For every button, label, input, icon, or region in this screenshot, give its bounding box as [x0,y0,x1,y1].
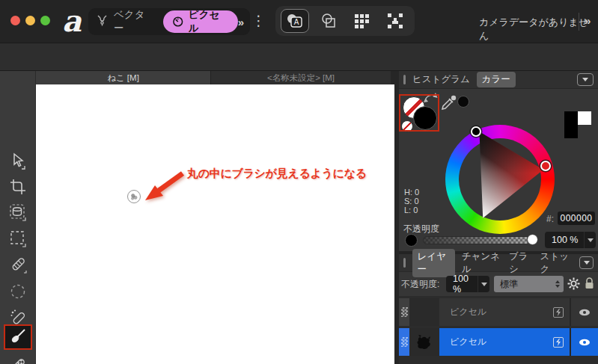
toolbar-overflow-chevron[interactable]: » [585,14,591,27]
pixel-persona-tab[interactable]: ピクセル [163,10,237,33]
marquee-select-tool[interactable] [8,229,28,248]
svg-text:A: A [294,18,299,26]
flood-select-tool[interactable] [8,282,28,301]
crop-tool-icon [9,178,27,196]
vector-persona-tab[interactable]: ベクター [114,8,153,35]
tab-stock[interactable]: ストック [540,250,573,276]
pixel-persona-icon [172,16,184,28]
panel-drag-handle[interactable] [403,75,406,84]
tab-layers[interactable]: レイヤー [412,249,455,277]
pixel-brush-tool[interactable] [8,356,28,364]
layer-opacity-field[interactable]: 100 % [446,276,489,292]
paint-brush-tool-selected[interactable] [4,324,32,350]
canvas[interactable]: 丸の中にブラシが見えるようになる [36,84,394,364]
affinity-logo: a [60,4,84,39]
tab-color[interactable]: カラー [477,72,516,87]
boolean-shapes-icon [320,13,338,29]
toolbar-divider [579,13,579,31]
persona-switcher: ベクター ピクセル » [88,8,250,35]
layer-row-2-selected[interactable]: ピクセル [399,328,598,356]
paint-brush-tool-icon [8,327,28,347]
opacity-preview-dot [405,234,418,247]
move-tool-icon [9,152,27,171]
stepper-arrows-icon [555,278,560,290]
tab-brushes[interactable]: ブラシ [509,250,534,276]
brush-cursor-preview [127,190,141,203]
layer-name[interactable]: ピクセル [439,328,553,356]
panel-drag-handle[interactable] [403,258,406,268]
opacity-slider-thumb[interactable] [527,234,538,245]
lock-icon[interactable] [584,277,595,290]
healing-brush-tool-icon [8,255,28,274]
layer-settings-gear-icon[interactable] [567,277,581,291]
pixel-layer-badge-icon [553,337,564,348]
toolbar-menu-dots[interactable]: ⋮ [251,10,266,32]
layer-drag-strip[interactable] [399,328,409,356]
selection-brush-tool-icon [8,203,28,222]
eye-icon [579,308,591,317]
persona-overflow-chevron[interactable]: » [238,16,244,28]
cat-sketch-thumbnail [415,333,434,351]
annotation-red-rectangle [399,94,439,132]
opacity-slider[interactable] [423,236,531,244]
grid-icon [353,13,370,29]
blend-mode-select[interactable]: 標準 [494,276,564,292]
eye-icon [579,338,591,347]
document-tab-neko[interactable]: ねこ [M] [36,71,210,84]
layer-opacity-label: 不透明度: [401,278,439,291]
selection-brush-tool[interactable] [8,203,28,222]
black-swatch-2[interactable] [564,125,578,138]
black-swatch[interactable] [564,111,578,125]
layer-visibility-toggle[interactable] [570,298,598,326]
lightness-value: L: 0 [404,206,418,215]
toolbar-icon-group: A [275,6,415,36]
affinity-photo-window: a ベクター ピクセル » ⋮ A [0,0,598,364]
layer-visibility-toggle[interactable] [570,328,598,356]
flood-select-tool-icon [8,282,28,301]
top-toolbar: a ベクター ピクセル » ⋮ A [0,0,598,43]
transparency-checker-icon [401,337,408,347]
document-tab-bar: ねこ [M] <名称未設定> [M] [36,71,394,84]
picked-color-well[interactable] [457,96,469,108]
crop-tool[interactable] [8,177,28,197]
healing-brush-tool[interactable] [8,255,28,274]
collapse-layers-panel-button[interactable] [579,256,594,269]
chevron-down-icon[interactable] [478,276,489,292]
white-swatch[interactable] [578,111,591,125]
boolean-shapes-button[interactable] [314,9,343,33]
hex-label: #: [546,214,554,224]
color-opacity-field[interactable]: 100 % [545,232,596,248]
document-tab-untitled[interactable]: <名称未設定> [M] [210,71,391,84]
vector-persona-icon[interactable] [96,14,109,30]
minimize-window-button[interactable] [25,16,35,25]
snapping-button[interactable] [381,9,409,33]
marquee-select-tool-icon [8,229,28,248]
tab-channels[interactable]: チャンネル [462,250,502,276]
layer-row-1[interactable]: ピクセル [399,298,598,326]
move-tool[interactable] [8,152,28,171]
grid-button[interactable] [347,9,376,33]
color-panel-header: ヒストグラム カラー [399,71,598,89]
layers-panel-header: レイヤー チャンネル ブラシ ストック [399,254,598,272]
close-window-button[interactable] [10,16,20,25]
hex-input[interactable]: 000000 [558,212,595,225]
saturation-value: S: 0 [404,197,419,206]
tools-panel [0,71,36,364]
chevron-down-icon[interactable] [584,232,596,248]
transparency-checker-icon [401,307,408,317]
assistant-button[interactable]: A [281,9,309,33]
camera-status-text: カメラデータがありません [479,16,598,43]
layer-thumbnail[interactable] [409,298,439,326]
context-toolbar: 80 px 100 % 20 % 100 % その他 スタビライザ [0,43,598,71]
hue-value: H: 0 [404,188,419,197]
eyedropper-icon[interactable] [440,93,458,111]
layer-name[interactable]: ピクセル [439,298,553,326]
tab-histogram[interactable]: ヒストグラム [412,73,470,86]
hue-selector-dot[interactable] [540,161,551,171]
pixel-layer-badge-icon [553,307,564,318]
layer-thumbnail[interactable] [409,328,439,356]
sl-selector-dot[interactable] [471,126,481,137]
zoom-window-button[interactable] [40,16,50,25]
layer-drag-strip[interactable] [399,298,409,326]
collapse-color-panel-button[interactable] [577,73,594,86]
